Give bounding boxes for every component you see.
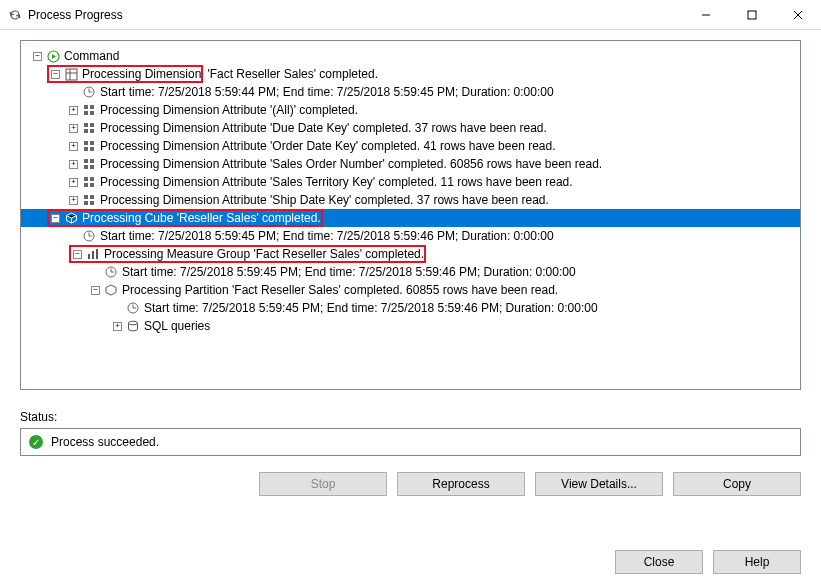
tree-row-partition[interactable]: Processing Partition 'Fact Reseller Sale… xyxy=(21,281,800,299)
svg-rect-24 xyxy=(90,159,94,163)
expander-icon[interactable] xyxy=(69,124,78,133)
tree-row-time[interactable]: Start time: 7/25/2018 5:59:45 PM; End ti… xyxy=(21,299,800,317)
minimize-button[interactable] xyxy=(683,0,729,30)
process-tree[interactable]: Command Processing Dimension 'Fact Resel… xyxy=(20,40,801,390)
play-icon xyxy=(46,49,60,63)
tree-label: Processing Dimension Attribute 'Order Da… xyxy=(100,139,555,153)
svg-rect-27 xyxy=(84,177,88,181)
tree-label: Processing Dimension Attribute 'Sales Or… xyxy=(100,157,602,171)
expander-icon[interactable] xyxy=(113,322,122,331)
status-box: ✓ Process succeeded. xyxy=(20,428,801,456)
svg-rect-30 xyxy=(90,183,94,187)
tree-row-time[interactable]: Start time: 7/25/2018 5:59:45 PM; End ti… xyxy=(21,227,800,245)
expander-icon[interactable] xyxy=(33,52,42,61)
svg-rect-29 xyxy=(84,183,88,187)
svg-rect-39 xyxy=(92,251,94,259)
tree-row-attr[interactable]: Processing Dimension Attribute 'Due Date… xyxy=(21,119,800,137)
svg-rect-33 xyxy=(84,201,88,205)
refresh-icon xyxy=(8,8,22,22)
help-button[interactable]: Help xyxy=(713,550,801,574)
tree-label: Start time: 7/25/2018 5:59:45 PM; End ti… xyxy=(100,229,554,243)
tree-label: Processing Dimension Attribute 'Ship Dat… xyxy=(100,193,549,207)
tree-row-time[interactable]: Start time: 7/25/2018 5:59:45 PM; End ti… xyxy=(21,263,800,281)
svg-rect-18 xyxy=(90,129,94,133)
expander-icon[interactable] xyxy=(73,250,82,259)
tree-label: Processing Dimension Attribute 'Due Date… xyxy=(100,121,547,135)
tree-label: Processing Cube 'Reseller Sales' complet… xyxy=(82,211,321,225)
window-title: Process Progress xyxy=(28,8,683,22)
svg-rect-12 xyxy=(90,105,94,109)
dimension-icon xyxy=(64,67,78,81)
svg-rect-22 xyxy=(90,147,94,151)
status-text: Process succeeded. xyxy=(51,435,159,449)
tree-label: Processing Dimension Attribute '(All)' c… xyxy=(100,103,358,117)
close-window-button[interactable] xyxy=(775,0,821,30)
svg-rect-31 xyxy=(84,195,88,199)
svg-rect-40 xyxy=(96,249,98,259)
status-label: Status: xyxy=(20,410,801,424)
svg-rect-11 xyxy=(84,105,88,109)
attribute-icon xyxy=(82,121,96,135)
view-details-button[interactable]: View Details... xyxy=(535,472,663,496)
tree-label: Processing Dimension xyxy=(82,67,201,81)
svg-rect-17 xyxy=(84,129,88,133)
svg-rect-5 xyxy=(66,69,77,80)
action-buttons: Stop Reprocess View Details... Copy xyxy=(20,472,801,496)
tree-row-attr[interactable]: Processing Dimension Attribute '(All)' c… xyxy=(21,101,800,119)
partition-icon xyxy=(104,283,118,297)
tree-label: Start time: 7/25/2018 5:59:44 PM; End ti… xyxy=(100,85,554,99)
clock-icon xyxy=(82,229,96,243)
tree-row-sql[interactable]: SQL queries xyxy=(21,317,800,335)
tree-row-attr[interactable]: Processing Dimension Attribute 'Order Da… xyxy=(21,137,800,155)
expander-icon[interactable] xyxy=(69,160,78,169)
copy-button[interactable]: Copy xyxy=(673,472,801,496)
expander-icon[interactable] xyxy=(69,106,78,115)
tree-row-measure-group[interactable]: Processing Measure Group 'Fact Reseller … xyxy=(21,245,800,263)
tree-label-rest: 'Fact Reseller Sales' completed. xyxy=(207,67,378,81)
tree-label: Processing Dimension Attribute 'Sales Te… xyxy=(100,175,573,189)
svg-rect-13 xyxy=(84,111,88,115)
svg-rect-34 xyxy=(90,201,94,205)
database-icon xyxy=(126,319,140,333)
tree-row-time[interactable]: Start time: 7/25/2018 5:59:44 PM; End ti… xyxy=(21,83,800,101)
svg-rect-1 xyxy=(748,11,756,19)
svg-rect-23 xyxy=(84,159,88,163)
expander-icon[interactable] xyxy=(51,214,60,223)
tree-label: Command xyxy=(64,49,119,63)
expander-icon[interactable] xyxy=(69,178,78,187)
tree-row-command[interactable]: Command xyxy=(21,47,800,65)
svg-rect-14 xyxy=(90,111,94,115)
clock-icon xyxy=(82,85,96,99)
cube-icon xyxy=(64,211,78,225)
tree-label: SQL queries xyxy=(144,319,210,333)
attribute-icon xyxy=(82,193,96,207)
expander-icon[interactable] xyxy=(91,286,100,295)
expander-icon[interactable] xyxy=(69,196,78,205)
svg-rect-25 xyxy=(84,165,88,169)
stop-button: Stop xyxy=(259,472,387,496)
svg-point-47 xyxy=(129,321,138,325)
close-button[interactable]: Close xyxy=(615,550,703,574)
svg-rect-32 xyxy=(90,195,94,199)
svg-rect-21 xyxy=(84,147,88,151)
expander-icon[interactable] xyxy=(69,142,78,151)
svg-rect-15 xyxy=(84,123,88,127)
attribute-icon xyxy=(82,157,96,171)
tree-row-attr[interactable]: Processing Dimension Attribute 'Ship Dat… xyxy=(21,191,800,209)
attribute-icon xyxy=(82,139,96,153)
tree-row-dimension[interactable]: Processing Dimension 'Fact Reseller Sale… xyxy=(21,65,800,83)
clock-icon xyxy=(126,301,140,315)
reprocess-button[interactable]: Reprocess xyxy=(397,472,525,496)
footer-buttons: Close Help xyxy=(615,550,801,574)
tree-row-attr[interactable]: Processing Dimension Attribute 'Sales Te… xyxy=(21,173,800,191)
expander-icon[interactable] xyxy=(51,70,60,79)
tree-row-attr[interactable]: Processing Dimension Attribute 'Sales Or… xyxy=(21,155,800,173)
svg-rect-16 xyxy=(90,123,94,127)
attribute-icon xyxy=(82,103,96,117)
tree-label: Processing Partition 'Fact Reseller Sale… xyxy=(122,283,558,297)
maximize-button[interactable] xyxy=(729,0,775,30)
svg-rect-19 xyxy=(84,141,88,145)
bar-chart-icon xyxy=(86,247,100,261)
tree-label: Processing Measure Group 'Fact Reseller … xyxy=(104,247,424,261)
tree-row-cube[interactable]: Processing Cube 'Reseller Sales' complet… xyxy=(21,209,800,227)
